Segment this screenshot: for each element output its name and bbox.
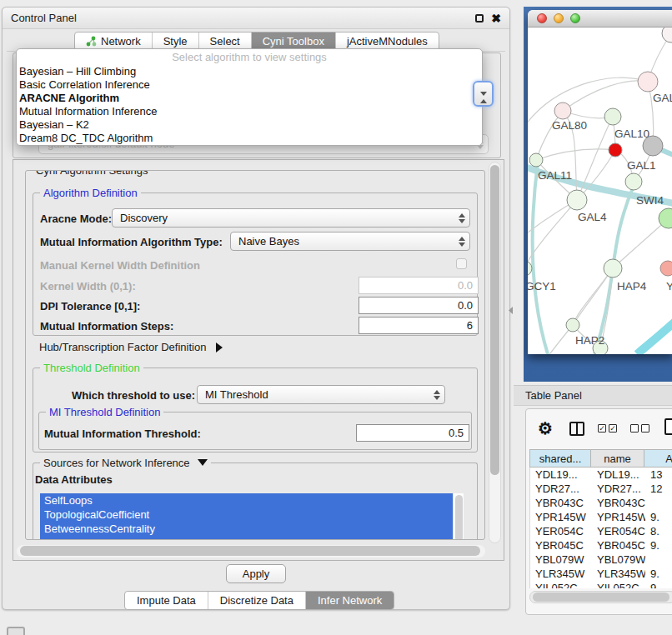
kernel-width-field[interactable]: 0.0 — [359, 277, 479, 294]
column-header[interactable]: name — [591, 449, 644, 468]
network-canvas[interactable]: GALGAL80GAL10GAL11GAL1SWI4GAL4GCY1HAP4YH… — [528, 28, 672, 354]
apply-button[interactable]: Apply — [226, 564, 286, 583]
attributes-scrollbar-thumb[interactable] — [455, 495, 463, 540]
mi-threshold-field[interactable]: 0.5 — [356, 424, 469, 442]
table-cell: 9. — [645, 581, 672, 588]
mi-steps-field[interactable]: 6 — [359, 317, 479, 334]
which-threshold-combo[interactable]: MI Threshold — [197, 385, 445, 404]
network-node-GAL1[interactable] — [625, 173, 642, 190]
mac-close-icon[interactable] — [537, 13, 547, 23]
algorithm-option[interactable]: Bayesian – K2 — [17, 118, 482, 132]
table-row[interactable]: YIL052CYIL052C9. — [530, 581, 672, 588]
tab-discretize-data[interactable]: Discretize Data — [208, 592, 306, 609]
mi-type-value: Naive Bayes — [238, 235, 299, 248]
column-header[interactable]: A — [644, 449, 672, 468]
table-horizontal-scrollbar[interactable] — [529, 591, 672, 603]
algorithm-option[interactable]: ARACNE Algorithm — [17, 92, 482, 105]
network-node-top-cut[interactable] — [662, 28, 672, 42]
settings-horizontal-scrollbar[interactable] — [17, 545, 485, 558]
algorithm-definition-title: Algorithm Definition — [40, 187, 141, 199]
tab-select[interactable]: Select — [199, 32, 252, 50]
settings-vertical-scrollbar-thumb[interactable] — [490, 165, 499, 475]
table-horizontal-scrollbar-thumb[interactable] — [533, 592, 669, 602]
network-node-red[interactable] — [609, 143, 622, 157]
attributes-scrollbar[interactable] — [453, 493, 464, 540]
document-icon[interactable] — [664, 418, 672, 435]
float-window-icon[interactable] — [475, 14, 484, 22]
tab-label: Network — [101, 35, 141, 48]
expander-arrow-icon — [216, 342, 223, 352]
tab-network[interactable]: Network — [75, 32, 153, 50]
network-node-GAL80[interactable] — [554, 102, 571, 119]
dpi-tolerance-field[interactable]: 0.0 — [359, 297, 479, 314]
hub-definition-expander[interactable]: Hub/Transcription Factor Definition — [39, 341, 223, 353]
algorithm-option[interactable]: Bayesian – Hill Climbing — [17, 65, 482, 78]
table-panel-title: Table Panel — [525, 389, 582, 402]
tab-style[interactable]: Style — [153, 32, 199, 50]
settings-horizontal-scrollbar-thumb[interactable] — [20, 546, 480, 556]
attribute-item[interactable]: gal4RGexp — [40, 536, 453, 540]
settings-vertical-scrollbar[interactable] — [489, 162, 501, 543]
attribute-item[interactable]: BetweennessCentrality — [40, 522, 453, 536]
node-label: GAL10 — [614, 128, 649, 140]
network-node-HAP4[interactable] — [604, 259, 622, 278]
mi-type-combo[interactable]: Naive Bayes — [230, 232, 470, 251]
network-edge — [528, 200, 577, 268]
collapse-arrow-icon — [198, 459, 208, 466]
threshold-definition-title: Threshold Definition — [40, 362, 143, 374]
checkbox-unchecked-icon[interactable] — [641, 424, 649, 432]
checkbox-checked-icon[interactable]: ✓ — [598, 424, 606, 432]
data-attributes-list[interactable]: SelfLoopsTopologicalCoefficientBetweenne… — [40, 493, 464, 540]
table-row[interactable]: YER054CYER054C8. — [530, 524, 672, 538]
network-node-pink-top[interactable] — [638, 72, 658, 92]
network-node-HAP2[interactable] — [566, 318, 579, 332]
column-header[interactable]: shared... — [529, 449, 591, 468]
table-cell: YDL19... — [530, 468, 592, 482]
tab-cyni-toolbox[interactable]: Cyni Toolbox — [252, 32, 336, 50]
tab-label: jActiveMNodules — [347, 35, 428, 48]
network-node-GAL4[interactable] — [567, 190, 587, 210]
sources-title[interactable]: Sources for Network Inference — [40, 457, 211, 469]
table-row[interactable]: YBL079WYBL079W — [530, 552, 672, 567]
attribute-item[interactable]: TopologicalCoefficient — [40, 508, 453, 522]
algorithm-option[interactable]: Basic Correlation Inference — [17, 78, 482, 92]
algorithm-option[interactable]: Mutual Information Inference — [17, 105, 482, 118]
tab-infer-network[interactable]: Infer Network — [306, 592, 394, 609]
cyni-mode-tabs: Impute DataDiscretize DataInfer Network — [124, 591, 394, 610]
algorithm-combo-stepper[interactable] — [473, 81, 494, 107]
mac-zoom-icon[interactable] — [570, 13, 580, 23]
network-node-GAL11[interactable] — [529, 153, 543, 167]
attribute-item[interactable]: SelfLoops — [40, 493, 453, 508]
node-label: GAL4 — [578, 211, 607, 223]
table-header-row: shared...nameA — [529, 449, 672, 468]
table-row[interactable]: YLR345WYLR345W9. — [530, 567, 672, 581]
checkbox-unchecked-icon[interactable] — [630, 424, 639, 432]
algorithm-definition-group: Algorithm Definition Aracne Mode: Discov… — [33, 192, 478, 336]
table-row[interactable]: YDR27...YDR27...12 — [530, 482, 672, 496]
table-cell: YBL079W — [592, 552, 645, 567]
checkbox-checked-icon[interactable]: ✓ — [609, 424, 617, 432]
tab-impute-data[interactable]: Impute Data — [125, 592, 208, 609]
columns-icon[interactable] — [569, 422, 584, 436]
table-row[interactable]: YBR045CYBR045C9. — [530, 538, 672, 552]
minimized-panel-chip[interactable] — [7, 627, 25, 635]
algorithm-option[interactable]: Dream8 DC_TDC Algorithm — [17, 132, 482, 145]
gear-icon[interactable]: ⚙ — [538, 418, 553, 438]
table-cell: 9. — [645, 510, 672, 524]
table-row[interactable]: YDL19...YDL19...13 — [530, 468, 672, 482]
table-cell: YBR043C — [530, 496, 592, 510]
table-row[interactable]: YPR145WYPR145W9. — [530, 510, 672, 524]
aracne-mode-combo[interactable]: Discovery — [112, 208, 470, 228]
node-label: GAL1 — [627, 159, 656, 172]
node-label: GCY1 — [528, 280, 556, 292]
network-node-salmon[interactable] — [660, 261, 672, 276]
mac-minimize-icon[interactable] — [554, 13, 564, 23]
network-node-GAL10[interactable] — [604, 108, 621, 125]
node-table: shared...nameA YDL19...YDL19...13YDR27..… — [529, 449, 672, 588]
tab-jactivemnodules[interactable]: jActiveMNodules — [336, 32, 439, 50]
manual-kernel-checkbox[interactable] — [456, 258, 467, 269]
table-cell: 12 — [645, 482, 672, 496]
table-row[interactable]: YBR043CYBR043C — [530, 496, 672, 510]
close-icon[interactable]: ✖ — [491, 13, 501, 23]
table-body: YDL19...YDL19...13YDR27...YDR27...12YBR0… — [529, 468, 672, 588]
